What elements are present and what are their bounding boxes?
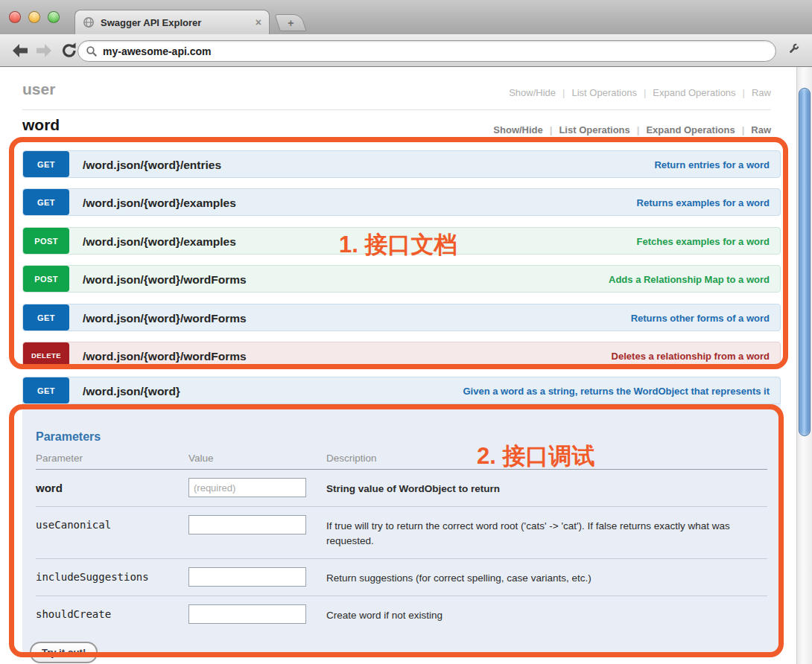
show-hide-link[interactable]: Show/Hide (493, 124, 542, 135)
expand-operations-link[interactable]: Expand Operations (646, 124, 735, 135)
operation-path[interactable]: /word.json/{word} (83, 377, 180, 405)
parameter-name: word (36, 478, 188, 494)
list-operations-link[interactable]: List Operations (559, 124, 629, 135)
parameter-description: String value of WordObject to return (326, 478, 767, 497)
operation-summary[interactable]: Deletes a relationship from a word (612, 342, 770, 370)
operation-summary[interactable]: Fetches examples for a word (637, 228, 770, 255)
browser-tab[interactable]: Swagger API Explorer × (74, 10, 270, 34)
close-tab-icon[interactable]: × (256, 16, 261, 28)
operation-row[interactable]: POST /word.json/{word}/wordForms Adds a … (22, 265, 781, 293)
parameter-row: word String value of WordObject to retur… (36, 470, 767, 507)
link-separator: | (562, 87, 565, 98)
parameter-row: includeSuggestions Return suggestions (f… (36, 559, 767, 596)
list-operations-link[interactable]: List Operations (571, 87, 636, 98)
http-method-badge: POST (23, 266, 69, 292)
http-method-badge: DELETE (23, 342, 69, 368)
operation-path[interactable]: /word.json/{word}/examples (83, 189, 236, 217)
parameters-heading: Parameters (36, 430, 781, 444)
parameter-description: Return suggestions (for correct spelling… (326, 567, 767, 586)
parameter-row: shouldCreate Create word if not existing (36, 596, 767, 633)
parameter-description: Create word if not existing (326, 604, 767, 623)
link-separator: | (644, 87, 646, 98)
address-bar[interactable] (77, 40, 776, 62)
scrollbar-thumb[interactable] (799, 88, 811, 436)
parameter-name: includeSuggestions (36, 567, 188, 583)
link-separator: | (742, 124, 745, 135)
parameter-value-input[interactable] (188, 478, 306, 497)
try-it-out-button[interactable]: Try it out! (30, 642, 98, 663)
zoom-window-button[interactable] (48, 11, 60, 23)
operation-row-expanded[interactable]: GET /word.json/{word} Given a word as a … (22, 377, 781, 404)
operation-path[interactable]: /word.json/{word}/wordForms (83, 266, 247, 293)
refresh-icon[interactable] (60, 42, 79, 60)
parameter-description: If true will try to return the correct w… (326, 515, 767, 549)
globe-favicon-icon (83, 16, 95, 28)
operation-expanded-panel: Parameters Parameter Value Description w… (22, 404, 781, 657)
scrollbar-track[interactable] (796, 67, 812, 664)
parameter-value-input[interactable] (188, 515, 306, 534)
operation-path[interactable]: /word.json/{word}/examples (83, 228, 236, 255)
expand-operations-link[interactable]: Expand Operations (653, 87, 735, 98)
parameter-row: useCanonical If true will try to return … (36, 507, 767, 559)
parameter-name: shouldCreate (36, 604, 188, 620)
tab-title: Swagger API Explorer (101, 17, 250, 28)
operation-summary[interactable]: Adds a Relationship Map to a word (609, 266, 770, 293)
operation-row[interactable]: GET /word.json/{word}/wordForms Returns … (22, 304, 781, 331)
column-header-parameter: Parameter (36, 453, 188, 464)
operation-summary[interactable]: Given a word as a string, returns the Wo… (463, 377, 770, 405)
search-icon (86, 45, 98, 57)
raw-link[interactable]: Raw (752, 87, 771, 98)
operation-path[interactable]: /word.json/{word}/entries (83, 151, 221, 179)
section-heading-user[interactable]: user (22, 80, 55, 98)
operation-summary[interactable]: Returns examples for a word (637, 189, 770, 217)
operation-path[interactable]: /word.json/{word}/wordForms (83, 304, 247, 332)
swagger-page: user Show/Hide|List Operations|Expand Op… (0, 67, 812, 664)
parameter-value-input[interactable] (188, 604, 306, 624)
operation-path[interactable]: /word.json/{word}/wordForms (83, 342, 247, 370)
http-method-badge: GET (23, 304, 69, 331)
operation-row[interactable]: GET /word.json/{word}/entries Return ent… (22, 150, 781, 178)
http-method-badge: GET (23, 377, 69, 403)
browser-titlebar: Swagger API Explorer × + (0, 0, 812, 34)
link-separator: | (550, 124, 553, 135)
column-header-description: Description (326, 453, 767, 464)
plus-icon: + (288, 18, 294, 28)
http-method-badge: GET (23, 189, 69, 215)
wrench-icon[interactable] (787, 42, 800, 56)
show-hide-link[interactable]: Show/Hide (509, 87, 556, 98)
section-links-user: Show/Hide|List Operations|Expand Operati… (509, 87, 771, 98)
browser-window: Swagger API Explorer × + user Sh (0, 0, 812, 664)
section-links-word: Show/Hide|List Operations|Expand Operati… (493, 124, 771, 135)
parameter-value-input[interactable] (188, 567, 306, 587)
http-method-badge: GET (23, 151, 69, 177)
minimize-window-button[interactable] (28, 11, 40, 23)
parameter-name: useCanonical (36, 515, 188, 531)
forward-icon[interactable] (34, 42, 54, 60)
raw-link[interactable]: Raw (751, 124, 771, 135)
section-heading-word[interactable]: word (22, 116, 60, 134)
section-divider (22, 109, 771, 110)
new-tab-button[interactable]: + (274, 14, 306, 31)
parameters-table-header: Parameter Value Description (36, 453, 767, 470)
link-separator: | (743, 87, 745, 98)
operation-row[interactable]: DELETE /word.json/{word}/wordForms Delet… (22, 342, 781, 369)
operation-row[interactable]: GET /word.json/{word}/examples Returns e… (22, 188, 781, 216)
http-method-badge: POST (23, 228, 69, 254)
operation-row[interactable]: POST /word.json/{word}/examples Fetches … (22, 227, 781, 255)
link-separator: | (637, 124, 640, 135)
back-icon[interactable] (10, 42, 30, 60)
operation-summary[interactable]: Return entries for a word (654, 151, 770, 179)
column-header-value: Value (188, 453, 326, 464)
operation-summary[interactable]: Returns other forms of a word (631, 304, 770, 332)
url-input[interactable] (103, 45, 768, 57)
close-window-button[interactable] (9, 11, 21, 23)
